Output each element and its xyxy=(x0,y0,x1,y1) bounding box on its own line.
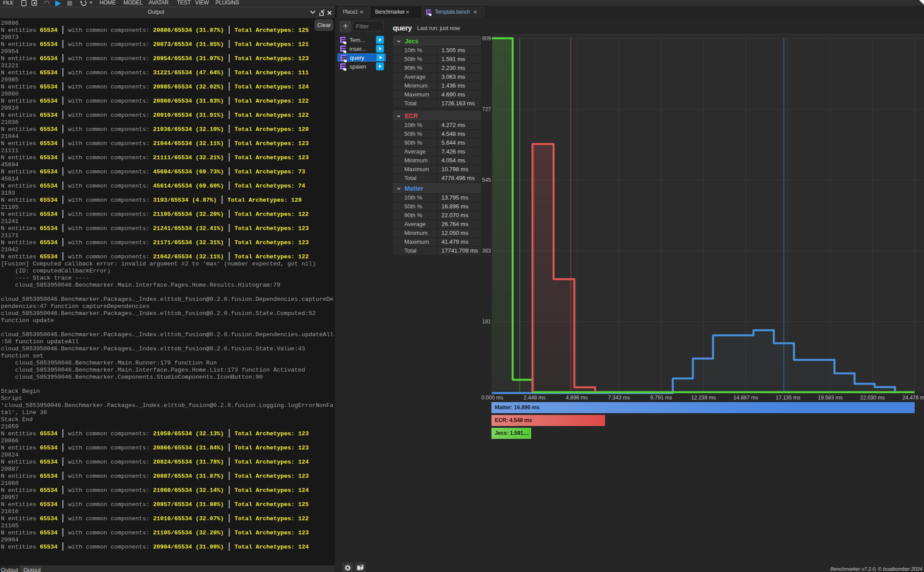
svg-text:545: 545 xyxy=(482,177,491,183)
svg-text:181: 181 xyxy=(482,319,491,325)
svg-text:727: 727 xyxy=(482,106,491,112)
svg-text:7.343 ms: 7.343 ms xyxy=(608,395,630,401)
svg-text:4.896 ms: 4.896 ms xyxy=(566,395,587,401)
svg-text:22.030 ms: 22.030 ms xyxy=(860,395,885,401)
svg-text:17.135 ms: 17.135 ms xyxy=(775,395,800,401)
svg-text:2.448 ms: 2.448 ms xyxy=(524,395,545,401)
svg-text:24.478 ms: 24.478 ms xyxy=(902,395,924,401)
svg-text:909: 909 xyxy=(482,35,491,42)
svg-text:14.687 ms: 14.687 ms xyxy=(733,395,758,401)
svg-text:9.791 ms: 9.791 ms xyxy=(650,395,672,401)
svg-text:19.583 ms: 19.583 ms xyxy=(818,395,843,401)
svg-text:363: 363 xyxy=(482,248,491,254)
svg-text:12.239 ms: 12.239 ms xyxy=(691,395,716,401)
svg-text:0.000 ms: 0.000 ms xyxy=(481,395,503,401)
